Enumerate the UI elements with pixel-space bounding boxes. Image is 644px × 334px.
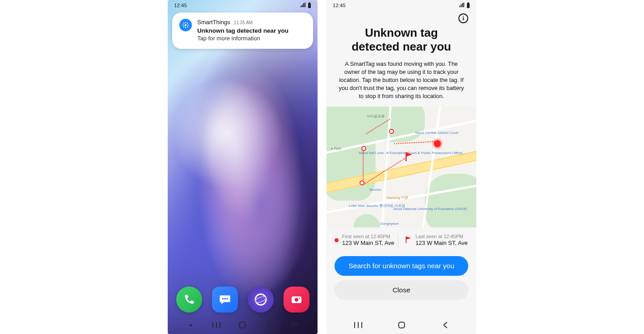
status-bar: 12:45 xyxy=(326,0,476,11)
nav-back-button[interactable] xyxy=(440,320,450,330)
notification-time: 11:35 AM xyxy=(234,20,253,25)
svg-rect-34 xyxy=(291,325,292,326)
track-waypoint xyxy=(389,129,394,134)
svg-rect-0 xyxy=(308,3,311,8)
svg-point-8 xyxy=(187,23,188,24)
first-seen-label: First seen at 12:45PM xyxy=(342,234,394,240)
camera-app-icon[interactable] xyxy=(284,287,309,313)
svg-point-2 xyxy=(185,24,186,26)
svg-point-12 xyxy=(224,298,226,300)
close-button[interactable]: Close xyxy=(335,280,468,300)
svg-rect-1 xyxy=(309,2,310,3)
svg-rect-28 xyxy=(297,322,298,323)
map-label-park: 서리골공원 xyxy=(367,115,385,119)
map-label-seocho: Seocho xyxy=(369,188,381,192)
track-waypoint xyxy=(360,180,364,185)
svg-rect-36 xyxy=(294,325,295,326)
seen-info-row: First seen at 12:45PM 123 W Main ST, Ave… xyxy=(326,227,476,253)
status-bar: 12:45 xyxy=(168,0,318,11)
nav-back-button[interactable] xyxy=(263,320,274,330)
svg-rect-25 xyxy=(292,322,293,323)
svg-rect-29 xyxy=(291,324,292,325)
map-label-kamong: Kamong 카몽 xyxy=(387,196,408,200)
status-time: 12:45 xyxy=(333,3,346,8)
search-button[interactable]: Search for unknown tags near you xyxy=(335,256,468,276)
map-label-court: Seoul Central District Court xyxy=(415,131,458,135)
signal-icon xyxy=(300,3,306,9)
battery-icon xyxy=(308,2,311,9)
current-location-marker xyxy=(434,140,441,147)
status-time: 12:45 xyxy=(174,3,187,8)
map-label-gunghyeon: Gunghyeon xyxy=(380,222,398,226)
page-title: Unknown tag detected near you xyxy=(326,23,476,60)
svg-rect-38 xyxy=(297,325,298,326)
track-waypoint xyxy=(361,146,366,151)
phone-detail-screen: 12:45 i Unknown tag detected near you A … xyxy=(326,0,476,334)
notification-app-name: SmartThings xyxy=(197,19,230,26)
svg-rect-30 xyxy=(292,324,293,325)
svg-rect-31 xyxy=(294,324,295,325)
notification-message: Tap for more information xyxy=(197,35,306,42)
svg-point-3 xyxy=(185,22,186,23)
last-seen-flag-icon xyxy=(405,236,412,245)
last-seen-address: 123 W Main ST, Ave xyxy=(415,240,468,247)
svg-point-13 xyxy=(226,298,228,300)
info-icon[interactable]: i xyxy=(458,13,468,23)
nav-indicator-dot xyxy=(185,320,196,330)
svg-point-6 xyxy=(187,25,188,26)
map-label-snue: Seoul National University of Education (… xyxy=(393,207,467,211)
nav-recents-button[interactable] xyxy=(211,320,222,330)
navigation-bar xyxy=(326,316,476,334)
svg-point-7 xyxy=(183,23,184,24)
wallpaper xyxy=(168,0,318,334)
nav-home-button[interactable] xyxy=(396,320,407,330)
svg-rect-33 xyxy=(297,324,298,325)
svg-point-4 xyxy=(185,27,186,28)
svg-rect-27 xyxy=(296,322,297,323)
last-seen-label: Last seen at 12:45PM xyxy=(415,234,468,240)
messages-app-icon[interactable] xyxy=(212,287,238,313)
track-segment xyxy=(363,151,364,185)
map-label-park-west: e Park xyxy=(331,147,341,151)
svg-rect-40 xyxy=(468,2,469,3)
svg-point-10 xyxy=(187,26,188,27)
svg-rect-23 xyxy=(240,322,246,328)
svg-rect-37 xyxy=(296,325,297,326)
nav-keyboard-icon[interactable] xyxy=(289,320,300,330)
first-seen-address: 123 W Main ST, Ave xyxy=(342,240,394,247)
phone-app-icon[interactable] xyxy=(176,287,202,313)
svg-point-17 xyxy=(295,298,298,302)
svg-rect-39 xyxy=(467,3,470,8)
nav-home-button[interactable] xyxy=(237,320,248,330)
flag-icon xyxy=(405,151,414,164)
phone-home-screen: 12:45 SmartThings 11:35 AM Unknown tag d… xyxy=(168,0,318,334)
page-description: A SmartTag was found moving with you. Th… xyxy=(326,60,476,107)
svg-rect-46 xyxy=(398,322,404,328)
svg-point-18 xyxy=(299,298,300,299)
nav-recents-button[interactable] xyxy=(353,320,364,330)
svg-rect-32 xyxy=(296,324,297,325)
first-seen-dot-icon xyxy=(335,238,339,242)
navigation-bar xyxy=(168,316,318,334)
browser-app-icon[interactable] xyxy=(248,287,274,313)
svg-rect-35 xyxy=(292,325,293,326)
smartthings-icon xyxy=(179,19,192,31)
signal-icon xyxy=(459,3,465,9)
svg-point-19 xyxy=(190,324,192,326)
svg-point-9 xyxy=(183,26,184,27)
notification-card[interactable]: SmartThings 11:35 AM Unknown tag detecte… xyxy=(172,13,313,49)
svg-point-5 xyxy=(182,25,183,26)
battery-icon xyxy=(466,2,470,9)
map-view[interactable]: 서리골공원 Seoul Central District Court Seoul… xyxy=(326,107,476,227)
notification-title: Unknown tag detected near you xyxy=(197,27,306,34)
svg-rect-24 xyxy=(291,322,292,323)
app-dock xyxy=(168,287,318,313)
svg-rect-26 xyxy=(294,322,295,323)
svg-point-11 xyxy=(222,298,224,300)
